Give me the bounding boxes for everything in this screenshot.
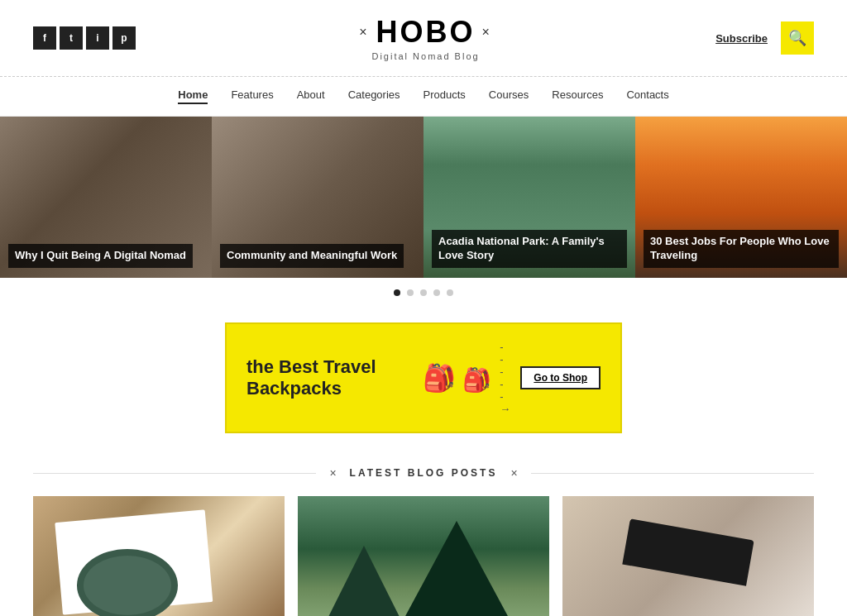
twitter-icon[interactable]: t — [60, 26, 83, 50]
site-header: f t i p × HOBO × Digital Nomad Blog Subs… — [0, 0, 847, 77]
slider-dots — [0, 278, 847, 308]
section-title: LATEST BLOG POSTS — [350, 467, 498, 479]
logo-x-left: × — [359, 25, 369, 40]
header-right: Subscribe 🔍 — [715, 21, 814, 55]
section-x-left: × — [329, 466, 336, 480]
dot-3[interactable] — [420, 289, 427, 296]
nav-courses[interactable]: Courses — [489, 88, 529, 104]
logo-text: HOBO — [376, 15, 476, 50]
section-header: × LATEST BLOG POSTS × — [33, 466, 814, 480]
nav-categories[interactable]: Categories — [348, 88, 400, 104]
nav-contacts[interactable]: Contacts — [626, 88, 668, 104]
shop-button[interactable]: Go to Shop — [520, 366, 601, 389]
promo-banner[interactable]: the Best Travel Backpacks 🎒 🎒 - - - - - … — [225, 322, 622, 433]
logo-x-right: × — [482, 25, 492, 40]
nav-home[interactable]: Home — [178, 88, 208, 104]
search-icon: 🔍 — [788, 29, 806, 47]
instagram-icon[interactable]: i — [86, 26, 109, 50]
section-line-left — [33, 473, 316, 474]
dot-4[interactable] — [433, 289, 440, 296]
logo-title: × HOBO × — [359, 15, 492, 50]
nav-resources[interactable]: Resources — [552, 88, 603, 104]
nav-features[interactable]: Features — [231, 88, 273, 104]
blog-grid — [0, 496, 847, 616]
dot-1[interactable] — [394, 289, 400, 296]
hero-slide-4[interactable]: 30 Best Jobs For People Who Love Traveli… — [635, 117, 847, 278]
hero-slide-2[interactable]: Community and Meaningful Work — [212, 117, 424, 278]
banner-text: the Best Travel Backpacks — [246, 356, 423, 400]
dot-5[interactable] — [447, 289, 453, 296]
hero-caption-2: Community and Meaningful Work — [220, 244, 404, 268]
hero-caption-4: 30 Best Jobs For People Who Love Traveli… — [644, 230, 839, 268]
blog-card-1[interactable] — [33, 496, 285, 616]
hero-slider: Why I Quit Being A Digital Nomad Communi… — [0, 117, 847, 278]
hero-caption-1: Why I Quit Being A Digital Nomad — [8, 244, 193, 268]
hero-caption-3: Acadia National Park: A Family's Love St… — [432, 230, 627, 268]
facebook-icon[interactable]: f — [33, 26, 56, 50]
blog-card-3[interactable] — [562, 496, 814, 616]
dot-2[interactable] — [407, 289, 414, 296]
pinterest-icon[interactable]: p — [112, 26, 136, 50]
section-x-right: × — [510, 466, 517, 480]
backpack-icons: 🎒 🎒 — [423, 362, 491, 394]
social-icons-group: f t i p — [33, 26, 136, 50]
section-line-right — [531, 473, 814, 474]
hero-slide-1[interactable]: Why I Quit Being A Digital Nomad — [0, 117, 212, 278]
search-button[interactable]: 🔍 — [781, 21, 814, 55]
subscribe-button[interactable]: Subscribe — [715, 32, 768, 45]
main-nav: Home Features About Categories Products … — [0, 77, 847, 117]
logo-subtitle: Digital Nomad Blog — [359, 51, 492, 61]
nav-products[interactable]: Products — [424, 88, 466, 104]
hero-slide-3[interactable]: Acadia National Park: A Family's Love St… — [424, 117, 635, 278]
banner-dashes: - - - - - → — [500, 341, 512, 415]
banner-action-area: 🎒 🎒 - - - - - → Go to Shop — [423, 341, 601, 415]
logo[interactable]: × HOBO × Digital Nomad Blog — [359, 15, 492, 61]
nav-about[interactable]: About — [297, 88, 325, 104]
blog-card-2[interactable] — [298, 496, 549, 616]
